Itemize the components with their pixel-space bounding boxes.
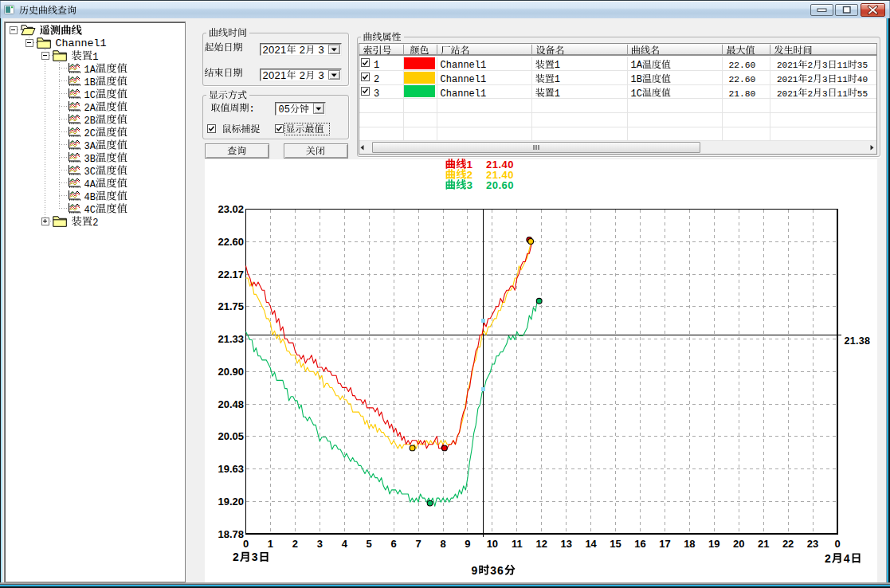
svg-text::: :	[249, 104, 255, 115]
svg-text:22.17: 22.17	[218, 269, 244, 280]
svg-text:2: 2	[292, 538, 298, 550]
svg-text:17: 17	[659, 538, 670, 550]
svg-text:11: 11	[837, 61, 849, 70]
svg-text:1C: 1C	[84, 90, 96, 101]
svg-text:0: 0	[243, 538, 249, 550]
svg-text:35: 35	[857, 61, 868, 70]
svg-text:23: 23	[807, 538, 818, 550]
svg-text:18.78: 18.78	[218, 528, 244, 540]
svg-text:3C: 3C	[84, 167, 96, 178]
svg-text:1A: 1A	[631, 60, 643, 71]
svg-text:20.48: 20.48	[218, 398, 244, 410]
svg-text:3: 3	[822, 75, 828, 84]
svg-text:8: 8	[440, 538, 445, 550]
svg-text:05: 05	[279, 104, 290, 116]
svg-text:21.75: 21.75	[218, 300, 244, 312]
svg-text:2: 2	[825, 552, 832, 565]
svg-text:22.60: 22.60	[729, 61, 756, 70]
svg-text:2C: 2C	[84, 128, 96, 139]
svg-text:11: 11	[837, 89, 849, 99]
svg-text:21: 21	[758, 538, 769, 550]
svg-text:19.63: 19.63	[218, 463, 244, 475]
svg-text:21.38: 21.38	[845, 335, 871, 347]
svg-text:20.90: 20.90	[218, 366, 244, 378]
svg-text:1: 1	[555, 74, 560, 85]
svg-text:9: 9	[465, 538, 470, 550]
svg-text:1: 1	[555, 88, 560, 100]
svg-text:55: 55	[857, 89, 868, 99]
svg-text:Channel1: Channel1	[441, 74, 487, 85]
svg-text:19.20: 19.20	[218, 496, 244, 508]
svg-text:1: 1	[555, 60, 560, 71]
svg-text:20.05: 20.05	[218, 430, 244, 442]
svg-text:2021: 2021	[263, 69, 287, 81]
svg-text:1B: 1B	[631, 74, 642, 85]
svg-text:21.33: 21.33	[218, 333, 244, 345]
svg-text:36: 36	[490, 564, 504, 577]
svg-text:4: 4	[342, 538, 348, 550]
svg-text:Channel1: Channel1	[441, 60, 487, 71]
svg-text:2021: 2021	[777, 89, 798, 99]
svg-text:2: 2	[92, 218, 98, 229]
svg-text:Channel1: Channel1	[56, 37, 107, 49]
svg-text:16: 16	[634, 538, 645, 550]
svg-text:1A: 1A	[84, 65, 96, 76]
svg-text:2: 2	[296, 44, 305, 56]
svg-text:7: 7	[415, 538, 421, 550]
svg-text:0: 0	[834, 538, 840, 550]
svg-text:2021: 2021	[777, 61, 798, 70]
svg-text:6: 6	[391, 538, 397, 550]
svg-text:11: 11	[837, 75, 849, 84]
svg-text:Channel1: Channel1	[441, 88, 487, 100]
svg-text:14: 14	[585, 538, 597, 550]
svg-text:4C: 4C	[84, 205, 96, 216]
svg-text:40: 40	[857, 75, 868, 84]
svg-text:2B: 2B	[84, 116, 96, 127]
svg-text:5: 5	[367, 538, 372, 550]
svg-text:21.80: 21.80	[729, 89, 756, 99]
svg-text:2: 2	[296, 69, 305, 81]
svg-text:3: 3	[822, 89, 828, 99]
svg-text:12: 12	[536, 538, 547, 550]
svg-text:20.60: 20.60	[486, 179, 514, 191]
svg-text:4B: 4B	[84, 192, 96, 203]
svg-text:2: 2	[807, 89, 813, 99]
svg-text:20: 20	[733, 538, 744, 550]
svg-text:13: 13	[560, 538, 571, 550]
svg-text:1B: 1B	[84, 77, 96, 88]
svg-text:1: 1	[374, 60, 379, 71]
svg-text:15: 15	[610, 538, 621, 550]
svg-text:2021: 2021	[263, 44, 287, 56]
svg-text:3: 3	[317, 538, 323, 550]
svg-text:4A: 4A	[84, 179, 96, 190]
svg-text:22: 22	[782, 538, 794, 550]
svg-text:10: 10	[487, 538, 498, 550]
svg-text:2: 2	[807, 75, 813, 84]
svg-text:23.02: 23.02	[218, 203, 244, 215]
svg-text:3: 3	[467, 179, 473, 191]
svg-text:9: 9	[472, 564, 479, 577]
svg-text:3B: 3B	[84, 154, 96, 165]
svg-text:2: 2	[233, 551, 240, 563]
svg-text:3: 3	[374, 88, 379, 100]
svg-text:4: 4	[844, 552, 851, 565]
svg-text:1: 1	[268, 538, 273, 550]
svg-text:3: 3	[252, 551, 259, 563]
svg-text:1C: 1C	[631, 88, 642, 100]
svg-text:22.60: 22.60	[218, 236, 244, 248]
svg-text:2021: 2021	[777, 75, 798, 84]
svg-text:3A: 3A	[84, 141, 96, 152]
svg-text:2: 2	[374, 74, 379, 85]
svg-text:2: 2	[807, 61, 813, 70]
svg-text:3: 3	[316, 44, 324, 56]
svg-text:22.60: 22.60	[729, 75, 756, 84]
svg-text:1: 1	[92, 52, 98, 63]
svg-text:19: 19	[708, 538, 719, 550]
svg-text:2A: 2A	[84, 103, 96, 114]
svg-text:3: 3	[822, 61, 828, 70]
svg-text:18: 18	[684, 538, 695, 550]
svg-text:3: 3	[316, 69, 324, 81]
svg-text:11: 11	[512, 538, 523, 550]
